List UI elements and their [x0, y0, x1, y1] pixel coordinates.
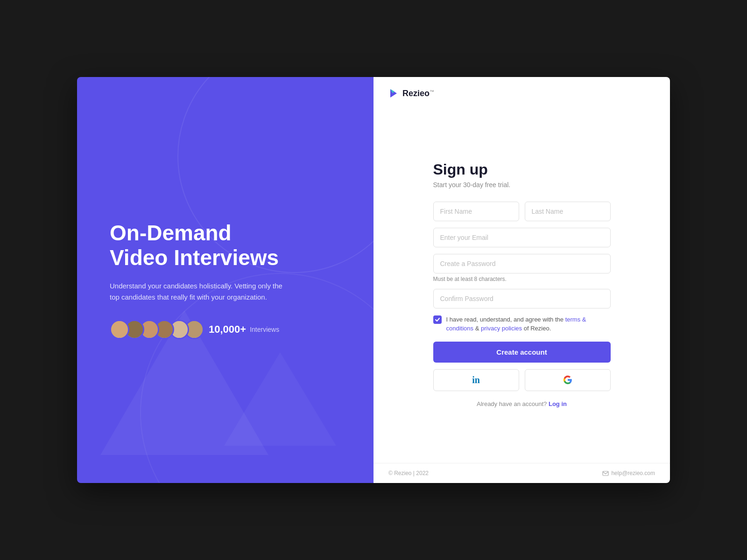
- name-row: [433, 202, 611, 221]
- logo-text: Rezieo™: [402, 89, 434, 98]
- social-row: in: [433, 369, 611, 391]
- signup-subtitle: Start your 30-day free trial.: [433, 181, 611, 189]
- linkedin-icon: in: [472, 375, 480, 385]
- form-container: Sign up Start your 30-day free trial. Mu…: [433, 161, 611, 407]
- interviews-label: Interviews: [250, 326, 279, 333]
- first-name-input[interactable]: [433, 202, 519, 221]
- terms-checkbox[interactable]: [433, 315, 442, 324]
- avatars-row: 10,000+ Interviews: [110, 320, 341, 339]
- right-header: Rezieo™: [374, 77, 670, 110]
- terms-checkbox-row: I have read, understand, and agree with …: [433, 315, 611, 333]
- footer-copy: © Rezieo | 2022: [388, 470, 429, 476]
- password-hint: Must be at least 8 characters.: [433, 276, 611, 282]
- signup-title: Sign up: [433, 161, 611, 178]
- email-group: [433, 228, 611, 247]
- google-icon: [563, 375, 572, 385]
- right-content: Sign up Start your 30-day free trial. Mu…: [374, 110, 670, 463]
- confirm-password-input[interactable]: [433, 289, 611, 308]
- email-input[interactable]: [433, 228, 611, 247]
- logo-tm: ™: [430, 89, 434, 94]
- right-panel: Rezieo™ Sign up Start your 30-day free t…: [374, 77, 670, 483]
- create-account-button[interactable]: Create account: [433, 342, 611, 363]
- linkedin-button[interactable]: in: [433, 369, 519, 391]
- terms-text: I have read, understand, and agree with …: [446, 315, 611, 333]
- confirm-password-group: [433, 289, 611, 308]
- footer-email-text: help@rezieo.com: [611, 470, 655, 476]
- screen-wrapper: On-DemandVideo Interviews Understand you…: [77, 77, 670, 483]
- logo-brand: Rezieo: [402, 89, 430, 98]
- already-have-account: Already have an account? Log in: [433, 400, 611, 407]
- avatar-1: [110, 320, 129, 339]
- password-input[interactable]: [433, 254, 611, 273]
- left-headline: On-DemandVideo Interviews: [110, 221, 341, 270]
- last-name-input[interactable]: [525, 202, 611, 221]
- login-link[interactable]: Log in: [549, 400, 567, 407]
- email-icon: [602, 470, 609, 476]
- interviews-count: 10,000+: [209, 323, 246, 336]
- password-group: Must be at least 8 characters.: [433, 254, 611, 282]
- footer-email: help@rezieo.com: [602, 470, 655, 476]
- left-subtext: Understand your candidates holistically.…: [110, 280, 287, 303]
- triangle-deco2: [224, 352, 336, 446]
- left-panel: On-DemandVideo Interviews Understand you…: [77, 77, 374, 483]
- right-footer: © Rezieo | 2022 help@rezieo.com: [374, 463, 670, 483]
- already-text-static: Already have an account?: [477, 400, 547, 407]
- rezieo-logo-icon: [388, 88, 399, 98]
- google-button[interactable]: [525, 369, 611, 391]
- privacy-link[interactable]: privacy policies: [481, 325, 522, 332]
